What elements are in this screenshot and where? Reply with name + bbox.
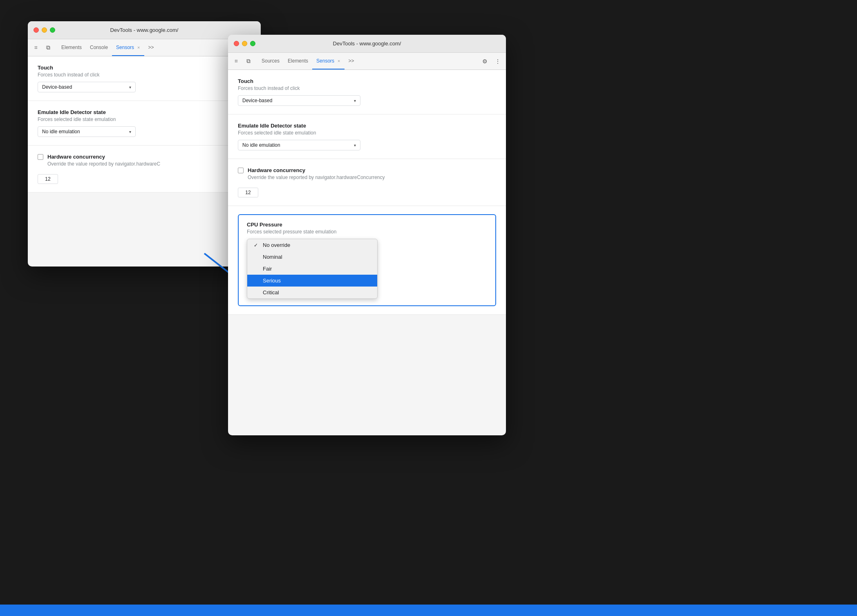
devtools-window-1: DevTools - www.google.com/ ⌗ ⧉ Elements … [28,21,261,267]
touch-dropdown-2[interactable]: Device-based ▾ [238,95,360,106]
tab-bar-icons-2: ⌗ ⧉ [230,53,257,69]
window-title-1: DevTools - www.google.com/ [110,27,179,33]
idle-title-1: Emulate Idle Detector state [38,109,251,115]
hardware-checkbox-2[interactable] [238,168,244,173]
maximize-button-1[interactable] [50,27,55,33]
touch-title-1: Touch [38,65,251,71]
touch-desc-2: Forces touch instead of click [238,85,496,91]
cpu-option-fair[interactable]: Fair [247,263,377,275]
cpu-title: CPU Pressure [247,222,487,228]
content-area-1: Touch Forces touch instead of click Devi… [28,56,261,193]
maximize-button-2[interactable] [250,41,255,46]
cpu-option-critical[interactable]: Critical [247,287,377,298]
close-tab-sensors-2[interactable]: × [338,58,340,63]
content-area-2: Touch Forces touch instead of click Devi… [228,70,506,315]
touch-section-1: Touch Forces touch instead of click Devi… [28,56,261,101]
tab-elements-1[interactable]: Elements [57,39,86,56]
touch-arrow-2: ▾ [354,99,356,103]
minimize-button-1[interactable] [42,27,47,33]
hardware-value-1[interactable]: 12 [38,174,58,184]
touch-section-2: Touch Forces touch instead of click Devi… [228,70,506,114]
blue-bottom-bar [0,605,857,616]
idle-desc-1: Forces selected idle state emulation [38,116,251,122]
idle-dropdown-2[interactable]: No idle emulation ▾ [238,140,360,150]
idle-desc-2: Forces selected idle state emulation [238,130,496,136]
touch-desc-1: Forces touch instead of click [38,72,251,78]
tab-more-2[interactable]: >> [345,53,358,69]
titlebar-2: DevTools - www.google.com/ [228,35,506,53]
idle-title-2: Emulate Idle Detector state [238,123,496,129]
close-tab-sensors-1[interactable]: × [137,45,140,50]
devtools-window-2: DevTools - www.google.com/ ⌗ ⧉ Sources E… [228,35,506,435]
tab-sensors-2[interactable]: Sensors × [312,53,344,69]
idle-dropdown-1[interactable]: No idle emulation ▾ [38,126,136,137]
touch-arrow-1: ▾ [129,85,131,90]
close-button-1[interactable] [34,27,39,33]
hardware-checkbox-1[interactable] [38,154,43,160]
cpu-option-serious[interactable]: Serious [247,275,377,287]
traffic-lights-2 [234,41,255,46]
tab-bar-2: ⌗ ⧉ Sources Elements Sensors × >> ⚙ ⋮ [228,53,506,70]
hardware-row-2: Hardware concurrency Override the value … [238,167,496,184]
tab-console-1[interactable]: Console [86,39,112,56]
check-no-override: ✓ [254,242,260,248]
cpu-pressure-box: CPU Pressure Forces selected pressure st… [238,214,496,306]
hardware-row-1: Hardware concurrency Override the value … [38,154,251,171]
hardware-value-2[interactable]: 12 [238,188,258,197]
minimize-button-2[interactable] [242,41,247,46]
traffic-lights-1 [34,27,55,33]
touch-dropdown-1[interactable]: Device-based ▾ [38,82,136,92]
more-icon-2[interactable]: ⋮ [492,56,503,67]
hardware-title-1: Hardware concurrency [47,154,160,160]
settings-icon-2[interactable]: ⚙ [479,56,490,67]
hardware-desc-1: Override the value reported by navigator… [47,161,160,167]
idle-section-1: Emulate Idle Detector state Forces selec… [28,101,261,146]
tab-bar-right-2: ⚙ ⋮ [479,53,503,69]
cursor-icon[interactable]: ⌗ [30,42,42,54]
idle-arrow-1: ▾ [129,130,131,134]
tab-sources-2[interactable]: Sources [257,53,284,69]
cpu-dropdown-menu[interactable]: ✓ No override Nominal Fair Serious [247,239,378,299]
close-button-2[interactable] [234,41,239,46]
hardware-section-2: Hardware concurrency Override the value … [228,159,506,206]
layers-icon-2[interactable]: ⧉ [243,56,254,67]
tab-sensors-1[interactable]: Sensors × [112,39,144,56]
idle-arrow-2: ▾ [354,143,356,148]
cpu-option-no-override[interactable]: ✓ No override [247,239,377,251]
touch-title-2: Touch [238,78,496,84]
tab-bar-icons-1: ⌗ ⧉ [30,39,57,56]
titlebar-1: DevTools - www.google.com/ [28,21,261,39]
hardware-section-1: Hardware concurrency Override the value … [28,146,261,193]
tab-bar-1: ⌗ ⧉ Elements Console Sensors × >> [28,39,261,56]
cpu-option-nominal[interactable]: Nominal [247,251,377,263]
cursor-icon-2[interactable]: ⌗ [230,56,242,67]
tab-more-1[interactable]: >> [144,39,158,56]
hardware-title-2: Hardware concurrency [248,167,385,173]
tab-elements-2[interactable]: Elements [284,53,312,69]
window-title-2: DevTools - www.google.com/ [333,40,401,47]
hardware-desc-2: Override the value reported by navigator… [248,175,385,180]
layers-icon[interactable]: ⧉ [43,42,54,54]
idle-section-2: Emulate Idle Detector state Forces selec… [228,114,506,159]
cpu-desc: Forces selected pressure state emulation [247,229,487,235]
cpu-pressure-section: CPU Pressure Forces selected pressure st… [228,206,506,315]
